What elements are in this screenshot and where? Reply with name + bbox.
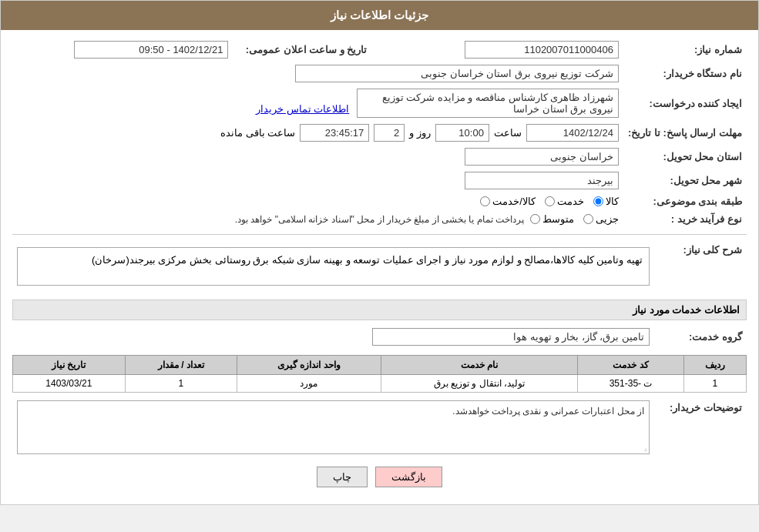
desc-label: شرح کلی نیاز:: [654, 239, 747, 293]
announce-date-value: 1402/12/21 - 09:50: [74, 41, 228, 59]
print-button[interactable]: چاپ: [317, 467, 368, 487]
announce-date-label: تاریخ و ساعت اعلان عمومی:: [233, 38, 371, 62]
city-value: بیرجند: [465, 172, 619, 189]
radio-kala[interactable]: کالا: [593, 196, 619, 207]
need-number-value: 1102007011000406: [465, 41, 619, 59]
divider-1: [12, 234, 747, 235]
col-name: نام خدمت: [381, 356, 578, 375]
services-section-title: اطلاعات خدمات مورد نیاز: [12, 299, 747, 320]
purchase-type-note: پرداخت تمام یا بخشی از مبلغ خریدار از مح…: [235, 214, 524, 225]
deadline-days-label: روز و: [409, 127, 431, 139]
province-value: خراسان جنوبی: [465, 148, 619, 166]
buyer-org-value: شرکت توزیع نیروی برق استان خراسان جنوبی: [295, 65, 619, 82]
cell-code: ت -35-351: [578, 375, 683, 393]
radio-motavasset-label: متوسط: [542, 213, 574, 225]
deadline-label: مهلت ارسال پاسخ: تا تاریخ:: [623, 121, 747, 145]
deadline-time-label: ساعت: [494, 127, 522, 139]
creator-label: ایجاد کننده درخواست:: [623, 85, 747, 121]
deadline-time: 10:00: [435, 124, 489, 142]
buttons-row: بازگشت چاپ: [12, 467, 747, 487]
radio-khedmat[interactable]: خدمت: [545, 196, 584, 207]
deadline-days: 2: [374, 124, 405, 142]
radio-kala-khedmat-label: کالا/خدمت: [492, 196, 536, 207]
buyer-desc-value: از محل اعتبارات عمرانی و نقدی پرداخت خوا…: [452, 406, 644, 417]
col-code: کد خدمت: [578, 356, 683, 375]
deadline-date: 1402/12/24: [526, 124, 619, 142]
announce-date-cell: 1402/12/21 - 09:50: [12, 38, 233, 62]
province-cell: خراسان جنوبی: [12, 145, 623, 169]
col-date: تاریخ نیاز: [13, 356, 126, 375]
service-group-label: گروه خدمت:: [654, 325, 747, 349]
cell-unit: مورد: [237, 375, 381, 393]
radio-motavasset[interactable]: متوسط: [530, 213, 574, 225]
need-number-label: شماره نیاز:: [623, 38, 747, 62]
city-cell: بیرجند: [12, 169, 623, 192]
purchase-type-label: نوع فرآیند خرید :: [623, 210, 747, 228]
purchase-type-cell: جزیی متوسط پرداخت تمام یا بخشی از مبلغ خ…: [12, 210, 623, 228]
radio-khedmat-input[interactable]: [545, 196, 555, 206]
radio-kala-input[interactable]: [593, 196, 603, 206]
radio-jozi-input[interactable]: [583, 214, 593, 224]
service-group-table: گروه خدمت: تامین برق، گاز، بخار و تهویه …: [12, 325, 747, 349]
need-number-cell: 1102007011000406: [402, 38, 623, 62]
info-table-1: شماره نیاز: 1102007011000406 تاریخ و ساع…: [12, 38, 747, 228]
cell-date: 1403/03/21: [13, 375, 126, 393]
radio-kala-khedmat-input[interactable]: [480, 196, 490, 206]
buyer-org-label: نام دستگاه خریدار:: [623, 62, 747, 85]
content-area: شماره نیاز: 1102007011000406 تاریخ و ساع…: [1, 30, 758, 504]
desc-value: تهیه وتامین کلیه کالاها،مصالح و لوازم مو…: [17, 247, 650, 286]
province-label: استان محل تحویل:: [623, 145, 747, 169]
radio-motavasset-input[interactable]: [530, 214, 540, 224]
cell-row: 1: [683, 375, 746, 393]
creator-cell: شهرزاد ظاهری کارشناس مناقصه و مزایده شرک…: [12, 85, 623, 121]
col-row: ردیف: [683, 356, 746, 375]
contact-info-link[interactable]: اطلاعات تماس خریدار: [256, 103, 349, 115]
back-button[interactable]: بازگشت: [375, 467, 442, 487]
table-row: 1ت -35-351تولید، انتقال و توزیع برقمورد1…: [13, 375, 747, 393]
creator-value: شهرزاد ظاهری کارشناس مناقصه و مزایده شرک…: [357, 89, 619, 118]
deadline-remaining: 23:45:17: [300, 124, 369, 142]
radio-khedmat-label: خدمت: [557, 196, 584, 207]
radio-kala-khedmat[interactable]: کالا/خدمت: [480, 196, 536, 207]
services-table: ردیف کد خدمت نام خدمت واحد اندازه گیری ت…: [12, 355, 747, 393]
radio-kala-label: کالا: [606, 196, 619, 207]
radio-jozi-label: جزیی: [596, 213, 619, 225]
service-group-cell: تامین برق، گاز، بخار و تهویه هوا: [12, 325, 654, 349]
col-qty: تعداد / مقدار: [125, 356, 237, 375]
desc-cell: تهیه وتامین کلیه کالاها،مصالح و لوازم مو…: [12, 239, 654, 293]
main-container: جزئیات اطلاعات نیاز شماره نیاز: 11020070…: [0, 0, 759, 505]
buyer-desc-cell: از محل اعتبارات عمرانی و نقدی پرداخت خوا…: [12, 397, 654, 457]
city-label: شهر محل تحویل:: [623, 169, 747, 192]
buyer-desc-table: توضیحات خریدار: از محل اعتبارات عمرانی و…: [12, 397, 747, 457]
col-unit: واحد اندازه گیری: [237, 356, 381, 375]
cell-name: تولید، انتقال و توزیع برق: [381, 375, 578, 393]
service-group-value: تامین برق، گاز، بخار و تهویه هوا: [372, 328, 650, 346]
page-header: جزئیات اطلاعات نیاز: [1, 1, 758, 30]
cell-quantity: 1: [125, 375, 237, 393]
radio-jozi[interactable]: جزیی: [583, 213, 619, 225]
deadline-remaining-label: ساعت باقی مانده: [220, 127, 295, 139]
category-label: طبقه بندی موضوعی:: [623, 192, 747, 210]
buyer-org-cell: شرکت توزیع نیروی برق استان خراسان جنوبی: [12, 62, 623, 85]
desc-table: شرح کلی نیاز: تهیه وتامین کلیه کالاها،مص…: [12, 239, 747, 293]
deadline-cell: 1402/12/24 ساعت 10:00 روز و 2 23:45:17 س…: [12, 121, 623, 145]
page-title: جزئیات اطلاعات نیاز: [331, 8, 428, 22]
buyer-desc-label: توضیحات خریدار:: [654, 397, 747, 457]
category-cell: کالا خدمت کالا/خدمت: [12, 192, 623, 210]
